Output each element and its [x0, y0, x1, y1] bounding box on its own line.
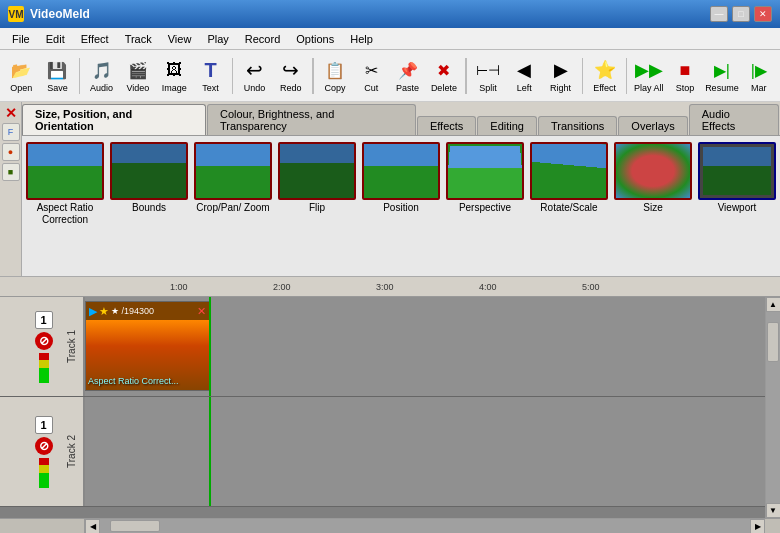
track-content-1[interactable]: ▶ ★ ★ /194300 ✕ Aspect Ratio Correct...	[85, 297, 765, 396]
clip-star: ★	[99, 305, 109, 318]
timeline-tracks: 1 ⊘ Track 1	[0, 297, 765, 518]
video-label: Video	[126, 83, 149, 93]
menu-edit[interactable]: Edit	[38, 31, 73, 47]
effect-thumb-perspective	[446, 142, 524, 200]
menu-options[interactable]: Options	[288, 31, 342, 47]
track-content-2[interactable]	[85, 397, 765, 506]
split-label: Split	[479, 83, 497, 93]
effect-viewport[interactable]: Viewport	[696, 140, 778, 216]
strip-btn-1[interactable]: F	[2, 123, 20, 141]
menu-effect[interactable]: Effect	[73, 31, 117, 47]
scroll-thumb[interactable]	[767, 322, 779, 362]
effect-button[interactable]: ⭐ Effect	[587, 53, 621, 99]
stop-button[interactable]: ■ Stop	[668, 53, 702, 99]
track-num-2: 1	[35, 416, 53, 434]
track-row-2: 1 ⊘ Track 2	[0, 397, 765, 507]
maximize-button[interactable]: □	[732, 6, 750, 22]
scroll-down-button[interactable]: ▼	[766, 503, 781, 518]
effect-position[interactable]: Position	[360, 140, 442, 216]
left-button[interactable]: ◀ Left	[507, 53, 541, 99]
strip-btn-2[interactable]: ●	[2, 143, 20, 161]
close-button[interactable]: ✕	[754, 6, 772, 22]
menu-view[interactable]: View	[160, 31, 200, 47]
image-button[interactable]: 🖼 Image	[157, 53, 191, 99]
paste-icon: 📌	[396, 58, 420, 82]
paste-button[interactable]: 📌 Paste	[390, 53, 424, 99]
clip-close-button[interactable]: ✕	[197, 305, 206, 318]
effect-crop-pan[interactable]: Crop/Pan/ Zoom	[192, 140, 274, 216]
tab-size-position[interactable]: Size, Position, and Orientation	[22, 104, 206, 135]
sep-2	[232, 58, 234, 94]
ruler-mark-3: 3:00	[376, 282, 394, 292]
effect-label-flip: Flip	[309, 202, 325, 214]
h-scroll-thumb[interactable]	[110, 520, 160, 532]
tab-colour[interactable]: Colour, Brightness, and Transparency	[207, 104, 416, 135]
app-icon: VM	[8, 6, 24, 22]
effect-label-viewport: Viewport	[718, 202, 757, 214]
effect-bounds[interactable]: Bounds	[108, 140, 190, 216]
save-button[interactable]: 💾 Save	[40, 53, 74, 99]
mar-button[interactable]: |▶ Mar	[742, 53, 776, 99]
ruler-mark-1: 1:00	[170, 282, 188, 292]
playhead	[209, 297, 211, 396]
video-button[interactable]: 🎬 Video	[121, 53, 155, 99]
effect-label-rotate: Rotate/Scale	[540, 202, 597, 214]
sep-5	[582, 58, 584, 94]
menu-play[interactable]: Play	[199, 31, 236, 47]
h-scrollbar[interactable]: ◀ ▶	[0, 518, 780, 533]
v-scrollbar[interactable]: ▲ ▼	[765, 297, 780, 518]
text-label: Text	[202, 83, 219, 93]
right-label: Right	[550, 83, 571, 93]
paste-label: Paste	[396, 83, 419, 93]
strip-btn-3[interactable]: ■	[2, 163, 20, 181]
audio-button[interactable]: 🎵 Audio	[84, 53, 118, 99]
text-button[interactable]: T Text	[193, 53, 227, 99]
resume-label: Resume	[705, 83, 739, 93]
menu-file[interactable]: File	[4, 31, 38, 47]
video-icon: 🎬	[126, 58, 150, 82]
app-title: VideoMeld	[30, 7, 90, 21]
effect-size[interactable]: Size	[612, 140, 694, 216]
clip-block-1[interactable]: ▶ ★ ★ /194300 ✕ Aspect Ratio Correct...	[85, 301, 210, 391]
delete-icon: ✖	[432, 58, 456, 82]
effect-thumb-size	[614, 142, 692, 200]
track-no-icon-1: ⊘	[35, 332, 53, 350]
copy-button[interactable]: 📋 Copy	[318, 53, 352, 99]
effects-panel: ✕ F ● ■ Size, Position, and Orientation …	[0, 102, 780, 277]
h-scroll-right-button[interactable]: ▶	[750, 519, 765, 533]
menu-record[interactable]: Record	[237, 31, 288, 47]
tab-overlays[interactable]: Overlays	[618, 116, 687, 135]
effect-flip[interactable]: Flip	[276, 140, 358, 216]
toolbar: 📂 Open 💾 Save 🎵 Audio 🎬 Video 🖼 Image T …	[0, 50, 780, 102]
h-scroll-track[interactable]	[100, 519, 750, 533]
open-button[interactable]: 📂 Open	[4, 53, 38, 99]
effect-label-aspect-ratio: Aspect Ratio Correction	[26, 202, 104, 226]
resume-button[interactable]: ▶| Resume	[704, 53, 740, 99]
effects-content: Size, Position, and Orientation Colour, …	[22, 102, 780, 276]
scroll-track[interactable]	[766, 312, 780, 503]
scroll-up-button[interactable]: ▲	[766, 297, 781, 312]
delete-button[interactable]: ✖ Delete	[427, 53, 461, 99]
tab-audio-effects[interactable]: Audio Effects	[689, 104, 779, 135]
effect-perspective[interactable]: Perspective	[444, 140, 526, 216]
minimize-button[interactable]: —	[710, 6, 728, 22]
tracks-and-scrollbar: 1 ⊘ Track 1	[0, 297, 780, 518]
track-controls-2: 1 ⊘ Track 2	[0, 397, 85, 506]
tab-editing[interactable]: Editing	[477, 116, 537, 135]
tab-transitions[interactable]: Transitions	[538, 116, 617, 135]
undo-button[interactable]: ↩ Undo	[237, 53, 271, 99]
effects-grid: Aspect Ratio Correction Bounds Crop/Pan/…	[22, 136, 780, 232]
split-button[interactable]: ⊢⊣ Split	[471, 53, 505, 99]
h-scroll-left-button[interactable]: ◀	[85, 519, 100, 533]
play-all-button[interactable]: ▶▶ Play All	[631, 53, 665, 99]
effect-aspect-ratio[interactable]: Aspect Ratio Correction	[24, 140, 106, 228]
effects-close-button[interactable]: ✕	[5, 105, 17, 121]
play-all-icon: ▶▶	[637, 58, 661, 82]
tab-effects[interactable]: Effects	[417, 116, 476, 135]
cut-button[interactable]: ✂ Cut	[354, 53, 388, 99]
redo-button[interactable]: ↪ Redo	[274, 53, 308, 99]
menu-track[interactable]: Track	[117, 31, 160, 47]
effect-rotate-scale[interactable]: Rotate/Scale	[528, 140, 610, 216]
menu-help[interactable]: Help	[342, 31, 381, 47]
right-button[interactable]: ▶ Right	[543, 53, 577, 99]
